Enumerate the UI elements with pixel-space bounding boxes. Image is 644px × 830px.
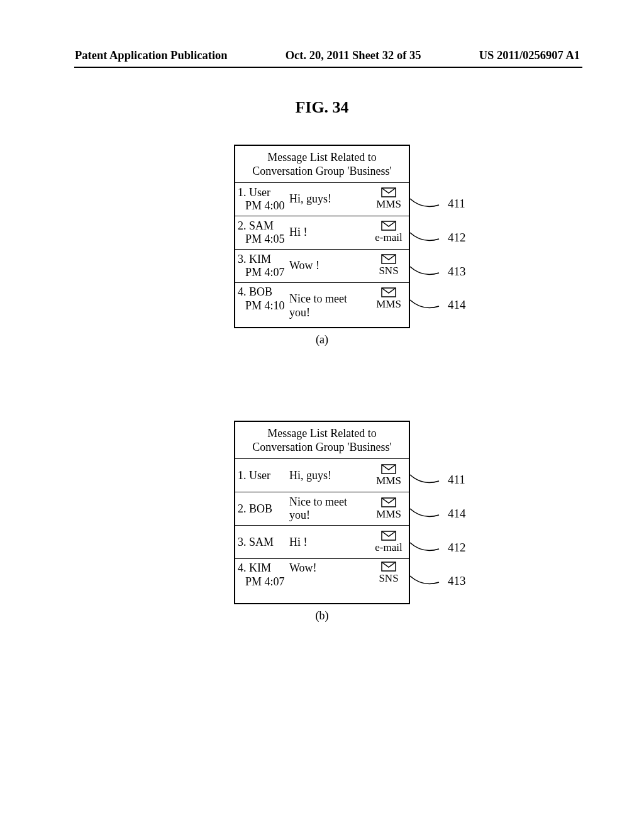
list-item[interactable]: 3. SAM Hi ! e-mail (235, 526, 409, 559)
ref-number: 412 (448, 541, 466, 555)
header-left: Patent Application Publication (75, 49, 228, 62)
list-item[interactable]: 4. BOB PM 4:10 Nice to meet you! MMS (235, 283, 409, 327)
panel-a: Message List Related to Conversation Gro… (234, 145, 410, 328)
header-right: US 2011/0256907 A1 (479, 49, 580, 62)
message-text: Hi ! (289, 536, 372, 550)
envelope-icon (381, 497, 396, 507)
sender-label: 4. BOB (238, 285, 289, 299)
panel-a-title-line1: Message List Related to (238, 151, 406, 165)
envelope-icon (381, 464, 396, 474)
type-label: SNS (372, 265, 405, 277)
message-text: Nice to meet you! (289, 285, 372, 319)
ref-number: 413 (448, 265, 466, 279)
list-item[interactable]: 3. KIM PM 4:07 Wow ! SNS (235, 250, 409, 283)
ref-number: 411 (448, 473, 465, 487)
sender-label: 1. User (238, 469, 289, 483)
sender-label: 3. SAM (238, 536, 289, 550)
sender-label: 2. BOB (238, 502, 289, 516)
callout-b-414: 414 (410, 506, 466, 521)
list-item[interactable]: 2. BOB Nice to meet you! MMS (235, 492, 409, 526)
panel-b-title-line1: Message List Related to (238, 427, 406, 441)
sender-label: 1. User (238, 186, 289, 200)
callout-414: 414 (410, 297, 466, 313)
type-label: MMS (372, 475, 405, 487)
figure-number: FIG. 34 (0, 98, 644, 117)
list-item[interactable]: 1. User PM 4:00 Hi, guys! MMS (235, 183, 409, 216)
envelope-icon (381, 287, 396, 297)
ref-number: 414 (448, 298, 466, 312)
envelope-icon (381, 531, 396, 541)
type-label: MMS (372, 508, 405, 521)
list-item[interactable]: 1. User Hi, guys! MMS (235, 459, 409, 492)
envelope-icon (381, 187, 396, 197)
panel-b-title: Message List Related to Conversation Gro… (235, 422, 409, 459)
sender-label: 3. KIM (238, 253, 289, 267)
time-label: PM 4:07 (245, 266, 289, 280)
list-item[interactable]: 2. SAM PM 4:05 Hi ! e-mail (235, 216, 409, 250)
type-label: SNS (372, 572, 405, 585)
callout-411: 411 (410, 196, 465, 211)
callout-b-413: 413 (410, 573, 466, 589)
callout-b-412: 412 (410, 540, 466, 555)
header-rule (74, 67, 582, 68)
message-text: Hi ! (289, 226, 372, 240)
header-center: Oct. 20, 2011 Sheet 32 of 35 (286, 49, 421, 62)
sender-label: 2. SAM (238, 219, 289, 233)
ref-number: 414 (448, 507, 466, 521)
callout-b-411: 411 (410, 472, 465, 487)
time-label: PM 4:07 (245, 575, 289, 589)
panel-a-sublabel: (a) (0, 333, 644, 346)
time-label: PM 4:10 (245, 299, 289, 313)
type-label: MMS (372, 298, 405, 311)
message-text: Hi, guys! (289, 192, 372, 206)
type-label: e-mail (372, 231, 405, 244)
envelope-icon (381, 562, 396, 572)
panel-b: Message List Related to Conversation Gro… (234, 421, 410, 604)
type-label: MMS (372, 198, 405, 211)
callout-412: 412 (410, 230, 466, 245)
time-label: PM 4:00 (245, 199, 289, 213)
page-header: Patent Application Publication Oct. 20, … (0, 0, 644, 62)
panel-a-title: Message List Related to Conversation Gro… (235, 146, 409, 183)
type-label: e-mail (372, 541, 405, 554)
callout-413: 413 (410, 264, 466, 279)
sender-label: 4. KIM (238, 562, 289, 575)
panel-b-sublabel: (b) (0, 609, 644, 622)
ref-number: 412 (448, 231, 466, 245)
ref-number: 411 (448, 197, 465, 211)
message-text: Nice to meet you! (289, 495, 372, 523)
panel-b-title-line2: Conversation Group 'Business' (238, 441, 406, 455)
panel-a-title-line2: Conversation Group 'Business' (238, 165, 406, 179)
message-text: Wow ! (289, 259, 372, 273)
list-item[interactable]: 4. KIM PM 4:07 Wow! SNS (235, 559, 409, 603)
message-text: Wow! (289, 562, 372, 575)
envelope-icon (381, 221, 396, 231)
ref-number: 413 (448, 574, 466, 588)
message-text: Hi, guys! (289, 469, 372, 483)
time-label: PM 4:05 (245, 233, 289, 246)
envelope-icon (381, 254, 396, 264)
